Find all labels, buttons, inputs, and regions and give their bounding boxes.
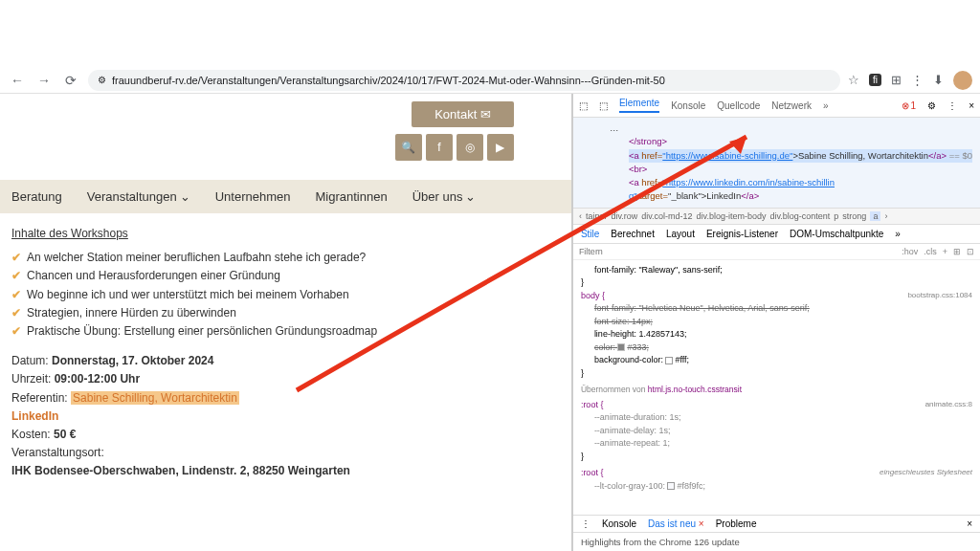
- more-icon[interactable]: ⋮: [947, 100, 957, 111]
- styles-filter[interactable]: [579, 247, 627, 256]
- tab-berechnet[interactable]: Berechnet: [611, 229, 655, 239]
- add-rule-icon[interactable]: +: [943, 247, 947, 256]
- instagram-button[interactable]: ◎: [457, 134, 483, 161]
- drawer-close-icon[interactable]: ×: [967, 518, 972, 529]
- webpage-content: Kontakt ✉ 🔍 f ◎ ▶ Beratung Veranstaltung…: [0, 94, 571, 551]
- menu-icon[interactable]: ⋮: [911, 73, 924, 87]
- hov-toggle[interactable]: :hov: [902, 247, 918, 256]
- drawer-neu[interactable]: Das ist neu ×: [648, 518, 704, 529]
- settings-icon[interactable]: ⚙: [927, 100, 936, 111]
- star-icon[interactable]: ☆: [848, 73, 859, 87]
- box-icon[interactable]: ⊞: [953, 247, 961, 256]
- inspect-icon[interactable]: ⬚: [579, 100, 588, 111]
- facebook-button[interactable]: f: [426, 134, 453, 161]
- list-item: Chancen und Herausforderungen einer Grün…: [11, 267, 560, 285]
- profile-avatar[interactable]: [953, 71, 972, 90]
- device-icon[interactable]: ⬚: [599, 100, 608, 111]
- devtools-panel: ⬚ ⬚ Elemente Konsole Quellcode Netzwerk …: [571, 94, 980, 551]
- mail-icon: ✉: [480, 107, 491, 121]
- address-bar[interactable]: ⚙ frauundberuf-rv.de/Veranstaltungen/Ver…: [88, 70, 840, 91]
- tab-stile[interactable]: Stile: [581, 229, 599, 239]
- event-ort-label: Veranstaltungsort:: [11, 444, 560, 462]
- youtube-button[interactable]: ▶: [487, 134, 514, 161]
- chevron-down-icon: ⌄: [180, 189, 190, 204]
- chevron-down-icon: ⌄: [465, 189, 476, 204]
- workshop-heading: Inhalte des Workshops: [11, 225, 560, 243]
- extensions-icon[interactable]: ⊞: [891, 73, 902, 87]
- referentin-link[interactable]: Sabine Schilling, Wortarchitektin: [71, 391, 239, 405]
- event-kosten: Kosten: 50 €: [11, 426, 560, 444]
- tab-konsole[interactable]: Konsole: [671, 100, 705, 111]
- extension-icon[interactable]: fi: [869, 74, 881, 86]
- event-uhrzeit: Uhrzeit: 09:00-12:00 Uhr: [11, 370, 560, 388]
- tab-ereignis[interactable]: Ereignis-Listener: [706, 229, 778, 239]
- drawer-probleme[interactable]: Probleme: [716, 518, 757, 529]
- nav-unternehmen[interactable]: Unternehmen: [215, 189, 291, 204]
- event-datum: Datum: Donnerstag, 17. Oktober 2024: [11, 352, 560, 370]
- close-icon[interactable]: ×: [969, 100, 974, 111]
- nav-migrantinnen[interactable]: Migrantinnen: [316, 189, 388, 204]
- error-badge[interactable]: ⊗ 1: [902, 100, 917, 111]
- panel-icon[interactable]: ⊡: [967, 247, 974, 256]
- tab-layout[interactable]: Layout: [666, 229, 695, 239]
- whatsnew-message: Highlights from the Chrome 126 update: [573, 533, 980, 551]
- nav-beratung[interactable]: Beratung: [11, 189, 62, 204]
- workshop-bullets: An welcher Station meiner beruflichen La…: [11, 249, 560, 341]
- styles-rules[interactable]: font-family: "Raleway", sans-serif; } bo…: [573, 260, 980, 516]
- drawer-menu-icon[interactable]: ⋮: [581, 518, 590, 529]
- event-referentin: Referentin: Sabine Schilling, Wortarchit…: [11, 389, 560, 408]
- cls-toggle[interactable]: .cls: [924, 247, 937, 256]
- list-item: Strategien, innere Hürden zu überwinden: [11, 304, 560, 322]
- back-button[interactable]: ←: [8, 71, 27, 90]
- linkedin-link[interactable]: LinkedIn: [11, 408, 560, 426]
- dom-breadcrumb[interactable]: ‹ tainer div.row div.col-md-12 div.blog-…: [573, 208, 980, 225]
- tab-dom[interactable]: DOM-Umschaltpunkte: [790, 229, 883, 239]
- list-item: Praktische Übung: Erstellung einer persö…: [11, 322, 560, 341]
- elements-tree[interactable]: … </strong> <a href="https://www.sabine-…: [573, 118, 980, 208]
- main-nav: Beratung Veranstaltungen ⌄ Unternehmen M…: [0, 180, 571, 213]
- tab-netzwerk[interactable]: Netzwerk: [771, 100, 812, 111]
- tab-more[interactable]: »: [823, 100, 829, 111]
- drawer-konsole[interactable]: Konsole: [602, 518, 636, 529]
- url-text: frauundberuf-rv.de/Veranstaltungen/Veran…: [112, 75, 665, 86]
- list-item: Wo beginne ich und wer unterstützt mich …: [11, 286, 560, 304]
- nav-veranstaltungen[interactable]: Veranstaltungen ⌄: [87, 189, 190, 204]
- event-ort: IHK Bodensee-Oberschwaben, Lindenstr. 2,…: [11, 462, 560, 480]
- browser-toolbar: ← → ⟳ ⚙ frauundberuf-rv.de/Veranstaltung…: [0, 67, 980, 94]
- list-item: An welcher Station meiner beruflichen La…: [11, 249, 560, 267]
- nav-uber-uns[interactable]: Über uns ⌄: [412, 189, 477, 204]
- contact-button[interactable]: Kontakt ✉: [412, 101, 514, 127]
- forward-button[interactable]: →: [34, 71, 54, 90]
- tab-elemente[interactable]: Elemente: [619, 98, 659, 113]
- download-icon[interactable]: ⬇: [933, 73, 944, 87]
- reload-button[interactable]: ⟳: [61, 71, 80, 90]
- site-settings-icon: ⚙: [98, 75, 106, 85]
- tab-quellcode[interactable]: Quellcode: [717, 100, 760, 111]
- search-button[interactable]: 🔍: [395, 134, 422, 161]
